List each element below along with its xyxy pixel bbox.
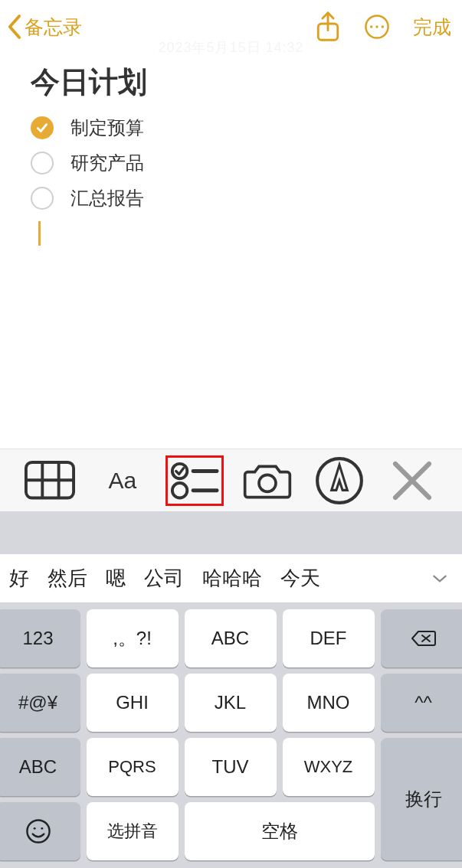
- checklist-text[interactable]: 汇总报告: [70, 186, 144, 210]
- keyboard-gap: [0, 511, 462, 554]
- key-123[interactable]: 123: [0, 609, 80, 667]
- table-button[interactable]: [25, 459, 75, 502]
- checklist-text[interactable]: 制定预算: [70, 116, 144, 140]
- key-abc-mode[interactable]: ABC: [0, 738, 80, 796]
- key-wxyz[interactable]: WXYZ: [283, 738, 375, 796]
- key-punct[interactable]: ,。?!: [87, 609, 179, 667]
- checklist-icon: [169, 459, 220, 501]
- format-toolbar: Aa: [0, 449, 462, 511]
- check-icon: [35, 121, 49, 135]
- key-backspace[interactable]: [381, 609, 463, 667]
- note-title[interactable]: 今日计划: [31, 63, 439, 102]
- done-button[interactable]: 完成: [413, 15, 451, 40]
- text-cursor: [38, 221, 41, 246]
- camera-icon: [242, 461, 293, 500]
- back-label: 备忘录: [25, 15, 82, 40]
- svg-point-12: [172, 483, 187, 498]
- text-format-label: Aa: [108, 468, 136, 494]
- back-button[interactable]: 备忘录: [6, 14, 82, 40]
- checklist-item[interactable]: 制定预算: [31, 116, 439, 140]
- checklist-button[interactable]: [169, 459, 220, 502]
- checkbox-checked[interactable]: [31, 116, 54, 139]
- note-body[interactable]: 今日计划 制定预算 研究产品 汇总报告: [0, 54, 462, 449]
- key-space[interactable]: 空格: [185, 802, 375, 860]
- suggestion-item[interactable]: 然后: [48, 565, 87, 592]
- suggestion-item[interactable]: 嗯: [106, 565, 126, 592]
- checklist-item[interactable]: 汇总报告: [31, 186, 439, 210]
- key-pqrs[interactable]: PQRS: [87, 738, 179, 796]
- suggestion-item[interactable]: 好: [9, 565, 29, 592]
- close-keyboard-button[interactable]: [387, 459, 437, 502]
- key-jkl[interactable]: JKL: [185, 674, 277, 732]
- key-mno[interactable]: MNO: [283, 674, 375, 732]
- text-format-button[interactable]: Aa: [97, 459, 148, 502]
- table-icon: [25, 461, 75, 499]
- suggestion-item[interactable]: 哈哈哈: [202, 565, 262, 592]
- suggestions-collapse-button[interactable]: [418, 554, 462, 603]
- key-abc[interactable]: ABC: [185, 609, 277, 667]
- checklist-item[interactable]: 研究产品: [31, 151, 439, 175]
- key-symbols[interactable]: #@¥: [0, 674, 80, 732]
- svg-point-14: [259, 475, 276, 491]
- nav-actions: 完成: [315, 14, 451, 40]
- suggestion-item[interactable]: 今天: [280, 565, 320, 592]
- ime-suggestions: 好 然后 嗯 公司 哈哈哈 今天: [0, 554, 462, 603]
- svg-point-22: [41, 827, 43, 830]
- close-icon: [387, 455, 437, 506]
- checkbox-unchecked[interactable]: [31, 152, 54, 175]
- chevron-left-icon: [6, 14, 23, 40]
- camera-button[interactable]: [242, 459, 293, 502]
- key-select-pinyin[interactable]: 选拼音: [87, 802, 179, 860]
- checkbox-unchecked[interactable]: [31, 187, 54, 210]
- key-ghi[interactable]: GHI: [87, 674, 179, 732]
- app-root: 备忘录 完成 2023年5月15日 14:32: [0, 0, 462, 868]
- key-return[interactable]: 换行: [381, 738, 463, 860]
- ellipsis-circle-icon: [364, 14, 390, 40]
- svg-point-3: [370, 25, 372, 28]
- svg-point-21: [33, 827, 35, 830]
- emoji-icon: [25, 818, 51, 844]
- backspace-icon: [411, 625, 437, 651]
- share-button[interactable]: [315, 14, 341, 40]
- key-emoji[interactable]: [0, 802, 80, 860]
- svg-point-20: [27, 820, 49, 842]
- key-def[interactable]: DEF: [283, 609, 375, 667]
- checklist-text[interactable]: 研究产品: [70, 151, 144, 175]
- chevron-down-icon: [431, 573, 448, 584]
- markup-icon: [314, 455, 365, 506]
- key-kaomoji[interactable]: ^^: [381, 674, 463, 732]
- more-button[interactable]: [364, 14, 390, 40]
- key-tuv[interactable]: TUV: [185, 738, 277, 796]
- svg-point-5: [382, 25, 384, 28]
- suggestion-item[interactable]: 公司: [144, 565, 184, 592]
- keyboard: 123 ,。?! ABC DEF #@¥ GHI JKL MNO ^^ ABC …: [0, 603, 462, 868]
- markup-button[interactable]: [314, 459, 365, 502]
- svg-point-4: [375, 25, 378, 28]
